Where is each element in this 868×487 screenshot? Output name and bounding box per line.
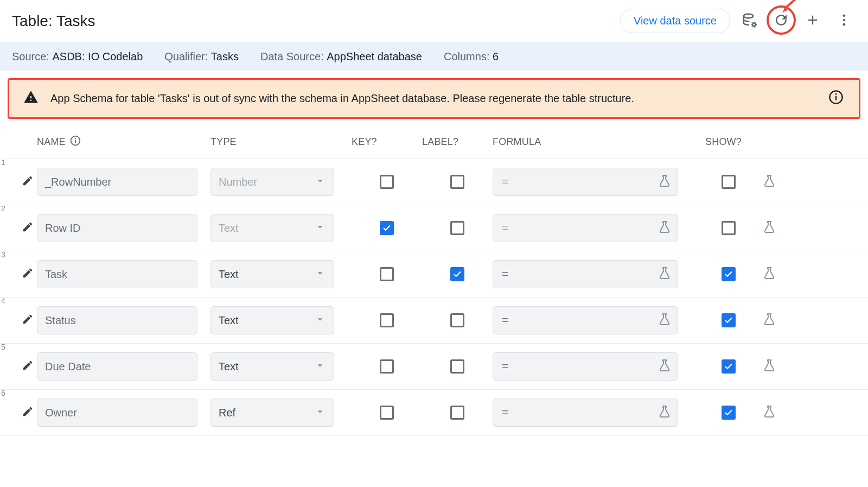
header-name: NAME [37, 136, 66, 148]
column-type-select[interactable]: Text [210, 306, 334, 334]
type-value: Text [219, 222, 239, 235]
row-number: 2 [1, 204, 5, 213]
view-data-source-button[interactable]: View data source [620, 9, 730, 33]
column-type-select[interactable]: Text [210, 214, 334, 242]
plus-icon [805, 12, 820, 30]
show-expression-button[interactable] [752, 359, 787, 374]
key-checkbox[interactable] [380, 267, 394, 281]
label-checkbox[interactable] [450, 267, 464, 281]
warning-text: App Schema for table 'Tasks' is out of s… [50, 92, 828, 105]
row-number: 5 [1, 343, 5, 351]
show-checkbox[interactable] [722, 406, 736, 420]
formula-field[interactable]: = [493, 306, 678, 334]
show-expression-button[interactable] [752, 174, 787, 189]
column-name-field[interactable]: Status [37, 306, 197, 334]
datasource-value: AppSheet database [327, 50, 422, 62]
table-row: 4 Status Text = [0, 297, 868, 343]
title-prefix: Table: [12, 12, 53, 29]
formula-field[interactable]: = [493, 399, 678, 427]
table-settings-button[interactable] [738, 9, 762, 33]
more-options-button[interactable] [832, 9, 856, 33]
show-expression-button[interactable] [752, 220, 787, 236]
info-icon [828, 95, 844, 107]
key-checkbox[interactable] [380, 406, 394, 420]
column-type-select[interactable]: Number [210, 168, 334, 196]
flask-icon [658, 313, 671, 328]
warning-icon [23, 90, 39, 107]
show-checkbox[interactable] [722, 313, 736, 327]
flask-icon [763, 313, 776, 328]
chevron-down-icon [314, 406, 326, 420]
columns-header: NAME TYPE KEY? LABEL? FORMULA SHOW? [0, 122, 868, 159]
column-type-select[interactable]: Ref [210, 399, 334, 427]
datasource-label: Data Source: [260, 50, 324, 62]
show-expression-button[interactable] [752, 267, 787, 282]
view-data-source-label: View data source [634, 15, 717, 27]
column-type-select[interactable]: Text [210, 260, 334, 288]
type-value: Number [219, 176, 257, 188]
pencil-icon [22, 267, 34, 281]
edit-row-button[interactable] [18, 313, 37, 327]
show-expression-button[interactable] [752, 405, 787, 420]
formula-field[interactable]: = [493, 214, 678, 242]
table-row: 5 Due Date Text = [0, 343, 868, 389]
header-label: LABEL? [422, 136, 493, 148]
edit-row-button[interactable] [18, 406, 37, 420]
key-checkbox[interactable] [380, 313, 394, 327]
edit-row-button[interactable] [18, 221, 37, 235]
table-row: 6 Owner Ref = [0, 389, 868, 436]
column-type-select[interactable]: Text [210, 352, 334, 381]
column-name-field[interactable]: Row ID [37, 214, 197, 242]
qualifier-value: Tasks [211, 50, 239, 62]
svg-point-2 [843, 14, 846, 17]
row-number: 1 [1, 158, 5, 167]
pencil-icon [22, 313, 34, 327]
type-value: Text [219, 314, 239, 327]
columncount-info: Columns: 6 [444, 50, 499, 63]
edit-row-button[interactable] [18, 175, 37, 189]
label-checkbox[interactable] [450, 406, 464, 420]
key-checkbox[interactable] [380, 359, 394, 374]
add-button[interactable] [801, 9, 825, 33]
edit-row-button[interactable] [18, 359, 37, 374]
show-checkbox[interactable] [722, 359, 736, 374]
more-vert-icon [837, 12, 852, 30]
label-checkbox[interactable] [450, 175, 464, 189]
column-name-field[interactable]: Task [37, 260, 197, 288]
label-checkbox[interactable] [450, 313, 464, 327]
edit-row-button[interactable] [18, 267, 37, 281]
equals-sign: = [502, 313, 509, 327]
column-name-field[interactable]: Due Date [37, 352, 197, 381]
show-checkbox[interactable] [722, 221, 736, 235]
label-checkbox[interactable] [450, 221, 464, 235]
show-checkbox[interactable] [722, 267, 736, 281]
source-info: Source: ASDB: IO Codelab [12, 50, 143, 63]
formula-field[interactable]: = [493, 352, 678, 381]
pencil-icon [22, 406, 34, 420]
svg-point-0 [744, 14, 754, 18]
chevron-down-icon [314, 175, 326, 189]
flask-icon [763, 174, 776, 189]
title-table-name: Tasks [56, 12, 95, 29]
warning-info-button[interactable] [828, 90, 844, 107]
formula-field[interactable]: = [493, 260, 678, 288]
key-checkbox[interactable] [380, 175, 394, 189]
column-name-field[interactable]: _RowNumber [37, 168, 197, 196]
page-title: Table: Tasks [12, 12, 95, 30]
formula-field[interactable]: = [493, 168, 678, 196]
label-checkbox[interactable] [450, 359, 464, 374]
column-name-field[interactable]: Owner [37, 399, 197, 427]
columns-table-body: 1 _RowNumber Number = [0, 159, 868, 440]
row-number: 4 [1, 296, 5, 305]
info-icon[interactable] [70, 135, 81, 149]
show-expression-button[interactable] [752, 313, 787, 328]
title-bar: Table: Tasks View data source [0, 0, 868, 42]
equals-sign: = [502, 221, 509, 235]
key-checkbox[interactable] [380, 221, 394, 235]
refresh-icon [773, 12, 789, 30]
equals-sign: = [502, 406, 509, 420]
columncount-value: 6 [493, 50, 499, 62]
regenerate-button[interactable] [769, 9, 793, 33]
show-checkbox[interactable] [722, 175, 736, 189]
table-row: 3 Task Text = [0, 251, 868, 297]
